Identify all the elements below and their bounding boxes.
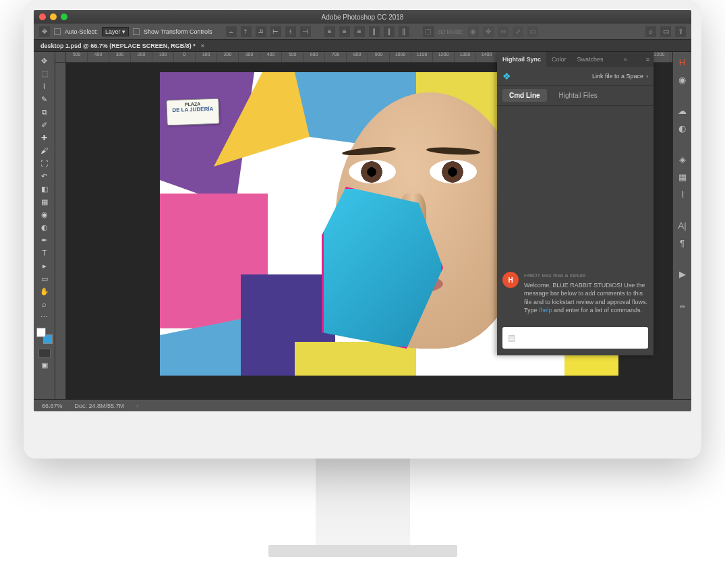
- auto-select-checkbox[interactable]: [54, 28, 61, 35]
- distribute-hcenter-icon[interactable]: ∥: [384, 26, 395, 37]
- lasso-tool-icon[interactable]: ⌇: [36, 80, 53, 92]
- zoom-level[interactable]: 66.67%: [42, 403, 63, 409]
- type-tool-icon[interactable]: T: [36, 247, 53, 259]
- 3d-mode-label: 3D Mode:: [438, 28, 464, 35]
- tab-swatches[interactable]: Swatches: [572, 52, 609, 67]
- eraser-tool-icon[interactable]: ◧: [36, 183, 53, 195]
- brush-tool-icon[interactable]: 🖌: [36, 144, 53, 156]
- hightail-subtabs: Cmd Line Hightail Files: [497, 86, 654, 106]
- tab-hightail-sync[interactable]: Hightail Sync: [497, 52, 546, 67]
- ruler-mark: 1200: [433, 52, 455, 62]
- titlebar: Adobe Photoshop CC 2018: [34, 10, 691, 24]
- 3d-camera-icon: ▭: [527, 26, 538, 37]
- maximize-icon[interactable]: [61, 13, 67, 20]
- align-vcenter-icon[interactable]: ⫯: [241, 26, 252, 37]
- hightail-dock-icon[interactable]: H: [676, 56, 689, 68]
- distribute-left-icon[interactable]: ∥: [369, 26, 380, 37]
- eyedropper-tool-icon[interactable]: ✐: [36, 119, 53, 131]
- history-brush-tool-icon[interactable]: ↶: [36, 170, 53, 182]
- adjustments-dock-icon[interactable]: ◐: [676, 122, 689, 134]
- color-dock-icon[interactable]: ◉: [676, 74, 689, 86]
- right-dock: H ◉ ☁ ◐ ◈ ▦ ⌇ A| ¶ ▶ ⏛: [672, 52, 691, 399]
- marquee-tool-icon[interactable]: ⬚: [36, 67, 53, 80]
- distribute-top-icon[interactable]: ≡: [324, 26, 335, 37]
- show-transform-checkbox[interactable]: [133, 28, 140, 35]
- gradient-tool-icon[interactable]: ▦: [36, 196, 53, 208]
- path-select-tool-icon[interactable]: ▸: [36, 260, 53, 272]
- libraries-dock-icon[interactable]: ☁: [676, 105, 689, 117]
- align-right-icon[interactable]: ⊣: [300, 26, 311, 37]
- move-tool-icon[interactable]: ✥: [36, 55, 53, 67]
- ruler-mark: 200: [131, 52, 152, 62]
- ruler-mark: 100: [152, 52, 174, 62]
- ruler-mark: 700: [325, 52, 347, 62]
- align-top-icon[interactable]: ⫠: [226, 26, 237, 37]
- crop-tool-icon[interactable]: ⧉: [36, 106, 53, 118]
- dodge-tool-icon[interactable]: ◐: [36, 221, 53, 233]
- 3d-pan-icon: ✥: [483, 26, 494, 37]
- status-menu-icon[interactable]: ›: [136, 403, 138, 409]
- stamp-tool-icon[interactable]: ⛶: [36, 157, 53, 169]
- monitor-frame: Adobe Photoshop CC 2018 ✥ Auto-Select: L…: [24, 0, 701, 459]
- distribute-bottom-icon[interactable]: ≡: [354, 26, 365, 37]
- ruler-mark: 300: [109, 52, 131, 62]
- doc-size[interactable]: Doc: 24.8M/55.7M: [75, 403, 125, 409]
- align-left-icon[interactable]: ⊢: [270, 26, 281, 37]
- close-icon[interactable]: [39, 13, 46, 20]
- actions-dock-icon[interactable]: ▶: [676, 268, 689, 280]
- blur-tool-icon[interactable]: ◉: [36, 208, 53, 220]
- comment-input[interactable]: ▤: [502, 327, 648, 349]
- workspace-icon[interactable]: ▭: [660, 26, 671, 37]
- foreground-swatch[interactable]: [36, 328, 46, 337]
- 3d-icon[interactable]: ⬚: [423, 26, 434, 37]
- panel-tabs: Hightail Sync Color Swatches » ≡: [497, 52, 654, 67]
- hightail-logo-icon: ❖: [502, 71, 513, 82]
- timeline-dock-icon[interactable]: ⏛: [676, 299, 689, 311]
- layer-dropdown[interactable]: Layer ▾: [102, 27, 129, 36]
- shape-tool-icon[interactable]: ▭: [36, 272, 53, 285]
- edit-toolbar-icon[interactable]: ⋯: [36, 311, 53, 323]
- character-dock-icon[interactable]: A|: [676, 219, 689, 231]
- hightail-body: H H!BOT less than a minute Welcome, BLUE…: [497, 106, 654, 355]
- quick-select-tool-icon[interactable]: ✎: [36, 93, 53, 105]
- color-swatches[interactable]: [36, 328, 53, 344]
- align-hcenter-icon[interactable]: ⫲: [285, 26, 296, 37]
- quick-mask-icon[interactable]: [38, 349, 51, 358]
- bot-message: H H!BOT less than a minute Welcome, BLUE…: [502, 272, 648, 315]
- minimize-icon[interactable]: [50, 13, 57, 20]
- ruler-mark: 800: [347, 52, 368, 62]
- move-tool-icon[interactable]: ✥: [39, 26, 50, 37]
- collapse-panel-icon[interactable]: »: [620, 56, 631, 63]
- zoom-tool-icon[interactable]: ⌕: [36, 298, 53, 310]
- subtab-hightail-files[interactable]: Hightail Files: [552, 89, 604, 102]
- 3d-orbit-icon: ◉: [468, 26, 479, 37]
- paragraph-dock-icon[interactable]: ¶: [676, 237, 689, 249]
- ruler-mark: 500: [66, 52, 88, 62]
- hand-tool-icon[interactable]: ✋: [36, 285, 53, 297]
- channels-dock-icon[interactable]: ▦: [676, 171, 689, 183]
- align-bottom-icon[interactable]: ⫡: [256, 26, 266, 37]
- link-file-row[interactable]: ❖ Link file to a Space ›: [497, 67, 654, 86]
- layers-dock-icon[interactable]: ◈: [676, 153, 689, 165]
- distribute-right-icon[interactable]: ∥: [399, 26, 409, 37]
- close-tab-icon[interactable]: ×: [201, 42, 204, 49]
- distribute-vcenter-icon[interactable]: ≡: [339, 26, 350, 37]
- share-icon[interactable]: ⇪: [675, 26, 686, 37]
- document-tab[interactable]: desktop 1.psd @ 66.7% (REPLACE SCREEN, R…: [34, 40, 691, 52]
- panel-menu-icon[interactable]: ≡: [642, 56, 654, 63]
- search-icon[interactable]: ⌕: [645, 26, 656, 37]
- ruler-vertical[interactable]: [55, 63, 66, 399]
- ruler-mark: 900: [368, 52, 390, 62]
- tab-color[interactable]: Color: [546, 52, 572, 67]
- subtab-cmd-line[interactable]: Cmd Line: [502, 89, 547, 102]
- link-file-label: Link file to a Space: [592, 73, 643, 80]
- healing-tool-icon[interactable]: ✚: [36, 131, 53, 144]
- attachment-icon[interactable]: ▤: [508, 333, 515, 343]
- screen-mode-icon[interactable]: ▣: [36, 359, 53, 371]
- help-command-link[interactable]: /help: [539, 307, 552, 314]
- options-bar: ✥ Auto-Select: Layer ▾ Show Transform Co…: [34, 24, 691, 40]
- ruler-mark: 1300: [455, 52, 476, 62]
- paths-dock-icon[interactable]: ⌇: [676, 188, 689, 200]
- pen-tool-icon[interactable]: ✒: [36, 234, 53, 246]
- ruler-origin[interactable]: [55, 52, 66, 63]
